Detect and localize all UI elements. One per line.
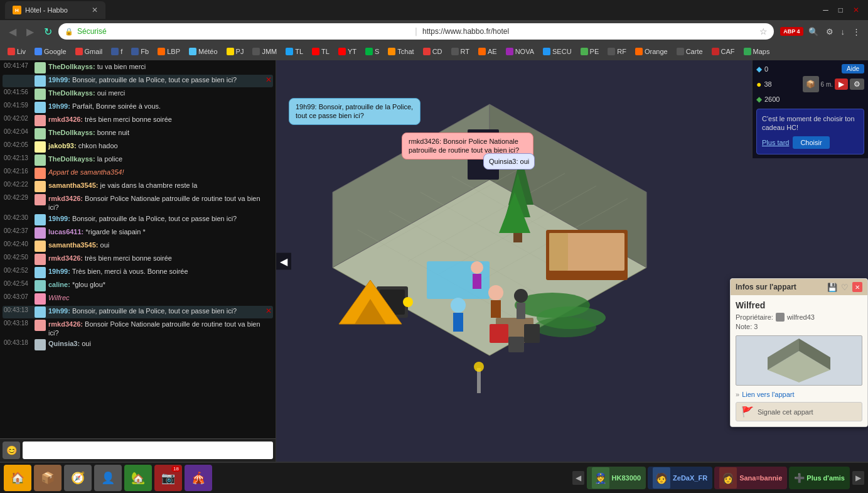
bookmark-star-icon[interactable]: ☆: [759, 26, 768, 36]
avatar-btn[interactable]: 👤: [94, 465, 122, 491]
bookmark-jmm[interactable]: JMM: [249, 46, 281, 57]
friends-next-btn[interactable]: ▶: [852, 471, 864, 485]
info-panel-close-btn[interactable]: ✕: [852, 282, 862, 292]
bookmark-caf[interactable]: CAF: [708, 46, 739, 57]
list-item: 00:42:02 rmkd3426: très bien merci bonne…: [3, 114, 273, 127]
restore-window-btn[interactable]: □: [835, 4, 847, 16]
menu-btn[interactable]: ⋮: [850, 26, 863, 38]
bookmark-google[interactable]: Google: [31, 46, 70, 57]
minimize-window-btn[interactable]: ─: [819, 4, 832, 16]
rooms-icon: 🏡: [131, 471, 145, 485]
url-text: https://www.habbo.fr/hotel: [422, 27, 756, 36]
list-item: 00:42:13 TheDollkayss: la police: [3, 154, 273, 166]
svg-rect-25: [490, 324, 508, 343]
extension-icon-1[interactable]: ⚙: [823, 26, 836, 38]
emoji-btn[interactable]: 😊: [3, 442, 20, 459]
list-item: 00:42:54 caline: *glou glou*: [3, 279, 273, 292]
habbo-home-btn[interactable]: 🏠: [4, 465, 31, 491]
forward-btn[interactable]: ▶: [23, 24, 38, 39]
habbo-tab[interactable]: H Hôtel - Habbo ✕: [5, 1, 105, 19]
chat-messages: 00:41:47 TheDollkayss: tu va bien merci …: [0, 60, 276, 438]
info-panel: Infos sur l'appart 💾 ♡ ✕ Wilfred Proprié…: [730, 278, 868, 427]
bookmark-pe[interactable]: PE: [577, 46, 603, 57]
bookmark-tl1[interactable]: TL: [282, 46, 307, 57]
browser-toolbar: ABP 4 🔍 ⚙ ↓ ⋮: [780, 26, 863, 38]
bookmark-maps[interactable]: Maps: [740, 46, 774, 57]
info-room-name: Wilfred: [736, 300, 862, 310]
bookmark-liv[interactable]: Liv: [4, 46, 29, 57]
bookmark-cd[interactable]: CD: [419, 46, 446, 57]
bookmark-secu[interactable]: SECU: [539, 46, 576, 57]
friends-prev-btn[interactable]: ◀: [572, 471, 584, 485]
bookmark-pj[interactable]: PJ: [223, 46, 248, 57]
bookmark-carte[interactable]: Carte: [673, 46, 707, 57]
chat-input[interactable]: [23, 442, 273, 459]
inventory-icon[interactable]: 📦: [803, 76, 819, 92]
friend-tab-zedax[interactable]: 🧑 ZeDaX_FR: [648, 467, 712, 489]
bookmark-ae[interactable]: AE: [474, 46, 501, 57]
chat-close-btn-2[interactable]: ✕: [265, 306, 272, 315]
back-btn[interactable]: ◀: [5, 24, 20, 39]
events-icon: 🎪: [191, 471, 205, 485]
owner-name: wilfred43: [787, 313, 815, 321]
reload-btn[interactable]: ↻: [40, 24, 56, 39]
scroll-left-btn[interactable]: ◀: [276, 252, 291, 269]
info-heart-icon[interactable]: ♡: [841, 283, 849, 292]
gift-title: C'est le moment de choisir ton cadeau HC…: [762, 114, 859, 133]
friend-tab-hk[interactable]: 👮 HK83000: [587, 467, 646, 489]
bookmark-lbp[interactable]: LBP: [154, 46, 184, 57]
bookmark-rf[interactable]: RF: [604, 46, 630, 57]
coin-count: 38: [764, 80, 771, 88]
bookmark-gmail[interactable]: Gmail: [72, 46, 107, 57]
friend-avatar-zedax: 🧑: [653, 467, 670, 489]
red-hud-btn[interactable]: ▶: [835, 79, 848, 90]
tab-favicon: H: [13, 6, 21, 14]
bookmark-s[interactable]: S: [362, 46, 383, 57]
help-btn[interactable]: Aide: [842, 64, 864, 73]
rooms-btn[interactable]: 🏡: [124, 465, 152, 491]
diamond-icon: ◆: [756, 65, 762, 73]
tab-bar: H Hôtel - Habbo ✕ ─ □ ✕: [0, 0, 868, 20]
svg-rect-27: [508, 337, 524, 352]
bookmark-nova[interactable]: NOVA: [502, 46, 538, 57]
close-window-btn[interactable]: ✕: [849, 4, 863, 16]
list-item: 00:42:29 rmkd3426: Bonsoir Police Nation…: [3, 193, 273, 213]
gift-promo-box: C'est le moment de choisir ton cadeau HC…: [756, 109, 864, 154]
adblock-btn[interactable]: ABP 4: [780, 27, 803, 36]
later-btn[interactable]: Plus tard: [762, 139, 789, 146]
choose-btn[interactable]: Choisir: [793, 136, 829, 149]
tab-close-btn[interactable]: ✕: [92, 6, 98, 14]
camera-btn[interactable]: 📷 18: [154, 465, 182, 491]
settings-hud-btn[interactable]: ⚙: [850, 79, 864, 90]
svg-point-35: [514, 289, 528, 303]
more-friends-btn[interactable]: ➕ Plus d'amis: [789, 467, 850, 489]
bookmark-meteo[interactable]: Météo: [185, 46, 222, 57]
game-viewport[interactable]: ◀: [276, 60, 868, 462]
bookmark-fb[interactable]: Fb: [127, 46, 153, 57]
info-link[interactable]: » Lien vers l'appart: [736, 391, 862, 398]
svg-point-22: [533, 317, 596, 337]
friend-nav-arrows: ◀: [572, 471, 584, 485]
bookmark-tchat[interactable]: Tchat: [384, 46, 417, 57]
info-note: Note: 3: [736, 323, 862, 330]
info-save-icon[interactable]: 💾: [827, 283, 837, 292]
extension-icon-2[interactable]: ↓: [839, 26, 848, 38]
friend-tab-sana[interactable]: 👩 Sana=bannie: [714, 467, 787, 489]
chat-close-btn[interactable]: ✕: [265, 75, 272, 84]
catalog-btn[interactable]: 📦: [34, 465, 62, 491]
bookmark-rt[interactable]: RT: [447, 46, 473, 57]
bookmark-yt[interactable]: YT: [335, 46, 360, 57]
add-friend-icon: ➕: [794, 473, 805, 483]
bookmark-f[interactable]: f: [107, 46, 126, 57]
bookmark-orange[interactable]: Orange: [631, 46, 672, 57]
list-item: 00:42:50 rmkd3426: très bien merci bonne…: [3, 253, 273, 266]
address-bar[interactable]: 🔒 Sécurisé │ https://www.habbo.fr/hotel …: [58, 23, 774, 40]
search-tool-icon[interactable]: 🔍: [806, 26, 821, 38]
https-icon: 🔒: [65, 28, 73, 36]
nav-btn-game[interactable]: 🧭: [64, 465, 92, 491]
bookmark-tl2[interactable]: TL: [308, 46, 333, 57]
bookmarks-bar: Liv Google Gmail f Fb LBP Météo PJ JMM T…: [0, 43, 868, 60]
report-btn[interactable]: 🚩 Signale cet appart: [736, 402, 862, 421]
list-item: 00:41:47 TheDollkayss: tu va bien merci: [3, 62, 273, 74]
events-btn[interactable]: 🎪: [185, 465, 212, 491]
